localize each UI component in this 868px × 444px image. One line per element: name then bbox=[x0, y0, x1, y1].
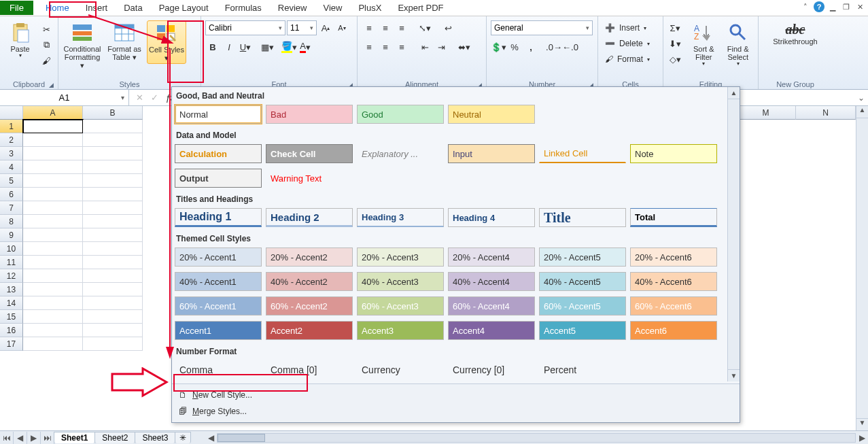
fill-color-icon[interactable]: 🪣▾ bbox=[281, 39, 296, 54]
font-color-icon[interactable]: A▾ bbox=[298, 39, 313, 54]
format-painter-icon[interactable]: 🖌 bbox=[39, 53, 54, 68]
close-icon[interactable]: ✕ bbox=[854, 1, 865, 12]
merge-styles-menuitem[interactable]: 🗐 Merge Styles... bbox=[176, 403, 735, 420]
cut-icon[interactable]: ✂ bbox=[39, 22, 54, 37]
style-swatch[interactable]: Linked Cell bbox=[539, 144, 626, 163]
shrink-font-icon[interactable]: A▾ bbox=[334, 20, 349, 35]
sheet-nav-first-icon[interactable]: ⏮ bbox=[0, 432, 14, 444]
style-swatch[interactable]: 60% - Accent4 bbox=[448, 296, 535, 315]
cell[interactable] bbox=[23, 215, 83, 228]
new-cell-style-menuitem[interactable]: 🗋 New Cell Style... bbox=[176, 387, 735, 403]
style-swatch[interactable]: 40% - Accent5 bbox=[539, 272, 626, 291]
style-swatch[interactable]: Comma bbox=[175, 360, 262, 379]
style-swatch[interactable]: Check Cell bbox=[266, 144, 353, 163]
style-swatch[interactable]: 20% - Accent1 bbox=[175, 247, 262, 267]
cell[interactable] bbox=[23, 256, 83, 269]
style-swatch[interactable]: Percent bbox=[539, 360, 626, 379]
cell[interactable] bbox=[23, 201, 83, 215]
font-size-combo[interactable]: 11 bbox=[287, 20, 317, 35]
orientation-icon[interactable]: ⤡▾ bbox=[417, 20, 432, 35]
style-swatch[interactable]: Explanatory ... bbox=[357, 144, 444, 163]
align-right-icon[interactable]: ≡ bbox=[394, 39, 409, 54]
merge-center-icon[interactable]: ⬌▾ bbox=[457, 39, 472, 54]
style-swatch[interactable]: Normal bbox=[175, 105, 262, 124]
style-swatch[interactable]: 60% - Accent3 bbox=[357, 296, 444, 315]
tab-review[interactable]: Review bbox=[270, 1, 315, 15]
style-swatch[interactable]: Heading 2 bbox=[266, 208, 353, 227]
style-swatch[interactable]: 40% - Accent2 bbox=[266, 272, 353, 291]
col-head-A[interactable]: A bbox=[23, 106, 83, 120]
tab-plusx[interactable]: PlusX bbox=[350, 1, 389, 15]
minimize-icon[interactable]: ▁ bbox=[827, 1, 838, 12]
decrease-decimal-icon[interactable]: ←.0 bbox=[563, 39, 578, 54]
grow-font-icon[interactable]: A▴ bbox=[318, 20, 333, 35]
sheet-tab-1[interactable]: Sheet1 bbox=[54, 432, 95, 443]
row-head-5[interactable]: 5 bbox=[0, 174, 23, 188]
cell[interactable] bbox=[23, 188, 83, 201]
select-all-corner[interactable] bbox=[0, 106, 23, 120]
sheet-tab-2[interactable]: Sheet2 bbox=[94, 432, 135, 443]
tab-home[interactable]: Home bbox=[37, 1, 77, 15]
row-head-7[interactable]: 7 bbox=[0, 201, 23, 215]
cell[interactable] bbox=[23, 283, 83, 296]
style-swatch[interactable]: 40% - Accent1 bbox=[175, 272, 262, 291]
style-swatch[interactable]: Accent2 bbox=[266, 321, 353, 340]
paste-button[interactable]: Paste▾ bbox=[4, 20, 36, 61]
cell[interactable] bbox=[23, 228, 83, 242]
percent-icon[interactable]: % bbox=[507, 39, 522, 54]
style-swatch[interactable]: Input bbox=[448, 144, 535, 163]
cell[interactable] bbox=[23, 337, 83, 351]
style-swatch[interactable]: Bad bbox=[266, 105, 353, 124]
expand-formula-bar-icon[interactable]: ⌄ bbox=[854, 90, 868, 105]
cell[interactable] bbox=[23, 133, 83, 147]
sort-filter-button[interactable]: AZ Sort & Filter▾ bbox=[688, 20, 720, 69]
style-swatch[interactable]: 60% - Accent5 bbox=[539, 296, 626, 315]
row-head-13[interactable]: 13 bbox=[0, 283, 23, 296]
align-center-icon[interactable]: ≡ bbox=[378, 39, 393, 54]
style-swatch[interactable]: Accent6 bbox=[630, 321, 717, 340]
style-swatch[interactable]: Comma [0] bbox=[266, 360, 353, 379]
row-head-14[interactable]: 14 bbox=[0, 296, 23, 310]
file-tab[interactable]: File bbox=[0, 1, 33, 15]
col-head-M[interactable]: M bbox=[736, 106, 796, 120]
cells-format-button[interactable]: 🖌Format ▾ bbox=[602, 52, 653, 67]
accounting-icon[interactable]: 💲▾ bbox=[491, 39, 506, 54]
tab-formulas[interactable]: Formulas bbox=[217, 1, 270, 15]
style-swatch[interactable]: Good bbox=[357, 105, 444, 124]
gallery-scrollbar[interactable]: ▲▼ bbox=[727, 87, 740, 381]
cell[interactable] bbox=[23, 160, 83, 174]
tab-expertpdf[interactable]: Expert PDF bbox=[389, 1, 451, 15]
row-head-11[interactable]: 11 bbox=[0, 256, 23, 269]
row-head-1[interactable]: 1 bbox=[0, 120, 23, 133]
find-select-button[interactable]: Find & Select▾ bbox=[723, 20, 754, 69]
style-swatch[interactable]: Output bbox=[175, 169, 262, 188]
restore-icon[interactable]: ❐ bbox=[841, 1, 852, 12]
italic-icon[interactable]: I bbox=[222, 39, 237, 54]
autosum-icon[interactable]: Σ▾ bbox=[667, 20, 682, 35]
ribbon-collapse-icon[interactable]: ˄ bbox=[800, 1, 811, 12]
row-head-3[interactable]: 3 bbox=[0, 147, 23, 160]
style-swatch[interactable]: 20% - Accent6 bbox=[630, 247, 717, 267]
style-swatch[interactable]: 60% - Accent1 bbox=[175, 296, 262, 315]
cell[interactable] bbox=[23, 174, 83, 188]
copy-icon[interactable]: ⧉ bbox=[39, 37, 54, 52]
style-swatch[interactable]: Accent5 bbox=[539, 321, 626, 340]
clear-icon[interactable]: ◇▾ bbox=[667, 52, 682, 67]
cell[interactable] bbox=[23, 242, 83, 256]
row-head-9[interactable]: 9 bbox=[0, 228, 23, 242]
sheet-tab-3[interactable]: Sheet3 bbox=[135, 432, 175, 443]
bold-icon[interactable]: B bbox=[205, 39, 220, 54]
style-swatch[interactable]: Title bbox=[539, 208, 626, 227]
decrease-indent-icon[interactable]: ⇤ bbox=[417, 39, 432, 54]
style-swatch[interactable]: Neutral bbox=[448, 105, 535, 124]
cell[interactable] bbox=[23, 147, 83, 160]
style-swatch[interactable]: 40% - Accent6 bbox=[630, 272, 717, 291]
style-swatch[interactable]: Currency bbox=[357, 360, 444, 379]
increase-decimal-icon[interactable]: .0→ bbox=[546, 39, 561, 54]
row-head-12[interactable]: 12 bbox=[0, 269, 23, 283]
style-swatch[interactable]: 20% - Accent3 bbox=[357, 247, 444, 267]
cells-delete-button[interactable]: ➖Delete ▾ bbox=[602, 36, 653, 51]
increase-indent-icon[interactable]: ⇥ bbox=[434, 39, 449, 54]
vertical-scrollbar[interactable]: ▲ ▼ bbox=[856, 106, 868, 430]
col-head-N[interactable]: N bbox=[796, 106, 856, 120]
